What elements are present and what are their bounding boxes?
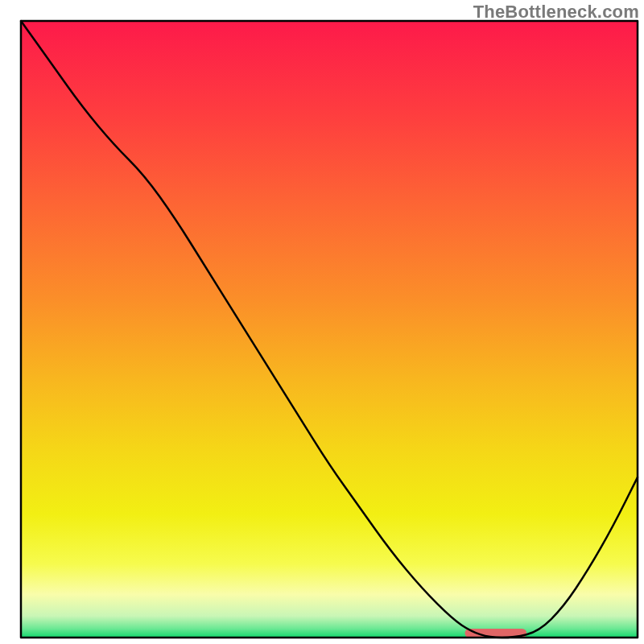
chart-canvas [0,0,644,644]
chart-container: TheBottleneck.com [0,0,644,644]
watermark-text: TheBottleneck.com [473,2,639,23]
